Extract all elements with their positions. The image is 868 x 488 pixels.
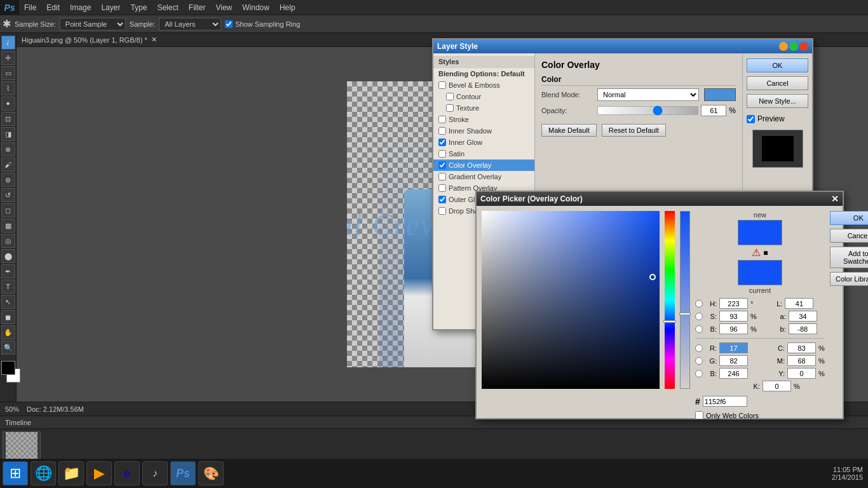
ls-bevel-emboss[interactable]: Bevel & Emboss	[433, 79, 534, 91]
menu-select[interactable]: Select	[152, 0, 183, 15]
cp-cancel-btn[interactable]: Cancel	[830, 229, 868, 243]
taskbar-folder[interactable]: 📁	[58, 461, 84, 485]
menu-image[interactable]: Image	[65, 0, 96, 15]
cp-l-input[interactable]	[785, 298, 813, 309]
tool-history-brush[interactable]: ↺	[1, 188, 15, 202]
tool-eraser[interactable]: ◻	[1, 203, 15, 217]
cp-add-swatches-btn[interactable]: Add to Swatches	[830, 247, 868, 268]
taskbar-vlc[interactable]: ▶	[86, 461, 112, 485]
ls-minimize[interactable]	[779, 42, 788, 51]
cp-b2-radio[interactable]	[695, 370, 703, 377]
ls-satin-check[interactable]	[438, 150, 446, 158]
ls-stroke[interactable]: Stroke	[433, 114, 534, 125]
tool-crop[interactable]: ⊡	[1, 112, 15, 126]
cp-g-input[interactable]	[719, 355, 748, 366]
tool-hand[interactable]: ✋	[1, 325, 15, 339]
ls-new-style-btn[interactable]: New Style...	[747, 94, 808, 108]
ls-bevel-check[interactable]	[438, 81, 446, 89]
tool-dodge[interactable]: ⬤	[1, 249, 15, 263]
sample-select[interactable]: All Layers Current Layer	[159, 18, 221, 30]
ls-contour-check[interactable]	[446, 93, 454, 100]
ls-reset-default-btn[interactable]: Reset to Default	[602, 124, 666, 137]
ls-close[interactable]	[799, 42, 808, 51]
tool-brush[interactable]: 🖌	[1, 158, 15, 172]
tool-pen[interactable]: ✒	[1, 264, 15, 278]
taskbar-windows-start[interactable]: ⊞	[3, 461, 28, 485]
show-sampling-ring-label[interactable]: Show Sampling Ring	[225, 20, 300, 28]
cp-a-input[interactable]	[789, 311, 817, 322]
menu-filter[interactable]: Filter	[184, 0, 211, 15]
menu-edit[interactable]: Edit	[41, 0, 65, 15]
cp-r-radio[interactable]	[695, 344, 703, 352]
cp-m-input[interactable]	[787, 355, 816, 366]
tool-shape[interactable]: ◼	[1, 310, 15, 324]
ls-maximize[interactable]	[789, 42, 798, 51]
menu-help[interactable]: Help	[275, 0, 301, 15]
ls-inner-glow[interactable]: Inner Glow	[433, 137, 534, 148]
taskbar-media[interactable]: ♪	[142, 461, 168, 485]
ls-preview-checkbox[interactable]	[747, 115, 755, 123]
cp-web-cube[interactable]: ■	[763, 248, 768, 257]
ls-cancel-btn[interactable]: Cancel	[747, 76, 808, 90]
cp-b3-input[interactable]	[789, 323, 817, 334]
cp-new-color-swatch[interactable]	[738, 220, 782, 245]
cp-c-input[interactable]	[787, 342, 816, 353]
ls-opacity-input[interactable]	[701, 105, 726, 116]
tool-blur[interactable]: ◎	[1, 234, 15, 248]
cp-s-radio[interactable]	[695, 313, 703, 320]
cp-s-input[interactable]	[719, 311, 748, 322]
ls-texture-check[interactable]	[446, 104, 454, 112]
cp-r-input[interactable]	[719, 342, 748, 353]
cp-alpha-bar[interactable]	[680, 211, 690, 389]
tool-gradient[interactable]: ▦	[1, 219, 15, 233]
ls-opacity-slider[interactable]	[597, 106, 698, 115]
ls-color-overlay[interactable]: Color Overlay	[433, 159, 534, 171]
ls-contour[interactable]: Contour	[433, 91, 534, 102]
menu-file[interactable]: File	[19, 0, 41, 15]
taskbar-ie[interactable]: e	[114, 461, 140, 485]
ls-color-overlay-check[interactable]	[438, 161, 446, 169]
cp-ok-btn[interactable]: OK	[830, 211, 868, 225]
cp-h-radio[interactable]	[695, 300, 703, 308]
ls-blend-mode-select[interactable]: Normal Multiply Screen Overlay	[597, 88, 699, 101]
tool-clone[interactable]: ⊛	[1, 173, 15, 187]
ls-gradient-overlay-check[interactable]	[438, 173, 446, 180]
taskbar-photoshop[interactable]: Ps	[170, 461, 196, 485]
show-sampling-ring-checkbox[interactable]	[225, 20, 233, 28]
cp-web-colors-checkbox[interactable]	[695, 411, 703, 419]
tool-eyedropper[interactable]: 𝒊	[1, 36, 15, 50]
menu-type[interactable]: Type	[125, 0, 152, 15]
ls-inner-glow-check[interactable]	[438, 139, 446, 146]
cp-hex-input[interactable]	[703, 396, 747, 407]
tool-lasso[interactable]: ⌇	[1, 81, 15, 95]
ls-inner-shadow-check[interactable]	[438, 127, 446, 135]
ls-ok-btn[interactable]: OK	[747, 58, 808, 72]
ls-blend-color-swatch[interactable]	[704, 88, 736, 101]
menu-view[interactable]: View	[210, 0, 237, 15]
cp-b-input[interactable]	[719, 323, 748, 334]
tool-heal[interactable]: ⊕	[1, 142, 15, 156]
menu-layer[interactable]: Layer	[96, 0, 125, 15]
cp-gamut-warning[interactable]: ⚠	[752, 247, 761, 259]
menu-window[interactable]: Window	[237, 0, 275, 15]
cp-k-input[interactable]	[763, 381, 791, 391]
ls-drop-shadow-check[interactable]	[438, 207, 446, 215]
tool-zoom[interactable]: 🔍	[1, 341, 15, 355]
ls-gradient-overlay[interactable]: Gradient Overlay	[433, 171, 534, 182]
canvas-tab-close[interactable]: ✕	[151, 36, 157, 44]
cp-y-input[interactable]	[787, 368, 816, 379]
ls-blending-options[interactable]: Blending Options: Default	[433, 68, 534, 79]
cp-gradient-picker[interactable]	[482, 211, 660, 389]
foreground-color[interactable]	[1, 361, 15, 375]
cp-hue-bar[interactable]	[665, 211, 675, 389]
taskbar-paint[interactable]: 🎨	[198, 461, 224, 485]
ls-stroke-check[interactable]	[438, 116, 446, 123]
cp-g-radio[interactable]	[695, 357, 703, 365]
taskbar-chrome[interactable]: 🌐	[31, 461, 56, 485]
cp-h-input[interactable]	[719, 298, 748, 309]
ls-satin[interactable]: Satin	[433, 148, 534, 159]
tool-select-rect[interactable]: ▭	[1, 66, 15, 80]
tool-slice[interactable]: ◨	[1, 127, 15, 141]
tool-move[interactable]: ✛	[1, 51, 15, 65]
ls-inner-shadow[interactable]: Inner Shadow	[433, 125, 534, 137]
